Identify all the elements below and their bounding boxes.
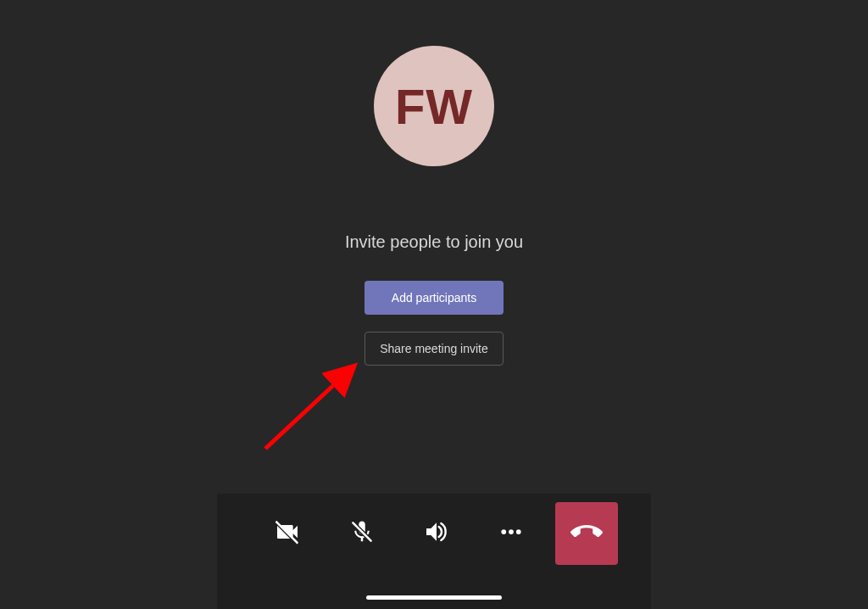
more-options-button[interactable] [474, 502, 548, 565]
share-meeting-invite-button[interactable]: Share meeting invite [364, 332, 504, 366]
hangup-icon [570, 516, 603, 551]
mic-toggle-button[interactable] [325, 502, 399, 565]
more-icon [498, 519, 524, 548]
toolbar-buttons [217, 502, 651, 565]
share-meeting-invite-label: Share meeting invite [380, 342, 488, 355]
avatar-initials: FW [395, 78, 473, 135]
svg-point-4 [501, 529, 506, 534]
invite-button-group: Add participants Share meeting invite [364, 281, 504, 366]
user-avatar: FW [374, 46, 494, 166]
call-toolbar [217, 494, 651, 609]
add-participants-button[interactable]: Add participants [364, 281, 504, 315]
hangup-button[interactable] [555, 502, 618, 565]
add-participants-label: Add participants [392, 291, 476, 304]
svg-point-6 [516, 529, 521, 534]
home-indicator[interactable] [366, 595, 502, 600]
invite-prompt-text: Invite people to join you [345, 232, 523, 252]
camera-off-icon [274, 518, 301, 549]
camera-toggle-button[interactable] [250, 502, 325, 565]
speaker-button[interactable] [399, 502, 474, 565]
svg-point-5 [509, 529, 514, 534]
mic-off-icon [349, 519, 375, 548]
speaker-icon [423, 518, 450, 549]
